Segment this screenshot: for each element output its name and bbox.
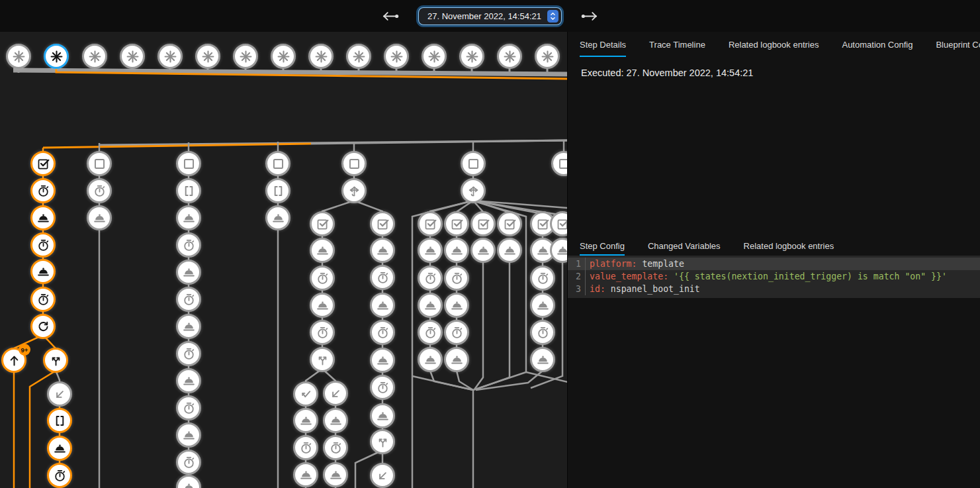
trace-node-timer-icon[interactable] <box>30 287 56 312</box>
trace-node-service-icon[interactable] <box>176 422 201 448</box>
trace-node-checkbox-icon[interactable] <box>370 211 395 236</box>
trace-node-service-icon[interactable] <box>30 259 56 284</box>
trace-node-timer-icon[interactable] <box>310 320 335 345</box>
trace-node-service-icon[interactable] <box>30 205 56 230</box>
tab-step-config[interactable]: Step Config <box>580 236 625 256</box>
trace-node-service-icon[interactable] <box>370 403 395 428</box>
trace-node-square-icon[interactable] <box>87 151 112 176</box>
trace-node-timer-icon[interactable] <box>310 266 335 291</box>
trace-node-service-icon[interactable] <box>418 238 443 263</box>
trace-node-square-icon[interactable] <box>265 151 290 176</box>
trace-node-timer-icon[interactable] <box>370 265 395 290</box>
trace-node-asterisk-icon[interactable] <box>82 44 107 69</box>
trace-node-arrow-up-icon[interactable]: 9+ <box>1 348 26 373</box>
trace-node-timer-icon[interactable] <box>293 435 318 460</box>
tab-trace-timeline[interactable]: Trace Timeline <box>649 32 705 57</box>
trace-node-service-icon[interactable] <box>530 293 555 318</box>
trace-node-checkbox-icon[interactable] <box>30 151 56 176</box>
tab-related-logbook-entries[interactable]: Related logbook entries <box>744 236 834 256</box>
trace-node-brackets-icon[interactable] <box>176 178 201 203</box>
trace-node-service-icon[interactable] <box>176 205 201 230</box>
trace-node-timer-icon[interactable] <box>323 435 348 460</box>
trace-node-timer-icon[interactable] <box>444 266 469 291</box>
tab-automation-config[interactable]: Automation Config <box>842 32 913 57</box>
trace-node-timer-icon[interactable] <box>418 320 443 345</box>
trace-node-timer-icon[interactable] <box>30 232 56 258</box>
trace-node-split-icon[interactable] <box>370 429 395 454</box>
tab-blueprint-config[interactable]: Blueprint Config <box>936 32 980 57</box>
trace-node-service-icon[interactable] <box>293 462 318 487</box>
trace-node-asterisk-icon[interactable] <box>195 44 220 69</box>
trace-node-checkbox-icon[interactable] <box>497 211 522 236</box>
trace-node-service-icon[interactable] <box>323 408 348 433</box>
tab-step-details[interactable]: Step Details <box>580 32 626 57</box>
trace-node-asterisk-icon[interactable] <box>233 44 258 69</box>
trace-node-timer-icon[interactable] <box>47 463 72 488</box>
trace-node-timer-icon[interactable] <box>530 320 555 345</box>
trace-node-check-arrow-icon[interactable] <box>293 381 318 407</box>
trace-node-timer-icon[interactable] <box>176 450 201 475</box>
trace-node-asterisk-icon[interactable] <box>44 44 69 69</box>
trace-node-service-icon[interactable] <box>293 408 318 433</box>
trace-node-timer-icon[interactable] <box>87 178 112 203</box>
next-trace-button[interactable] <box>580 11 600 21</box>
trace-node-split-icon[interactable] <box>310 347 335 372</box>
trace-node-checkbox-icon[interactable] <box>470 211 496 236</box>
trace-node-timer-icon[interactable] <box>30 178 56 203</box>
trace-node-asterisk-icon[interactable] <box>157 44 183 69</box>
trace-node-timer-icon[interactable] <box>370 375 395 400</box>
trace-node-asterisk-icon[interactable] <box>271 44 296 69</box>
trace-node-asterisk-icon[interactable] <box>535 44 560 69</box>
trace-node-service-icon[interactable] <box>323 462 348 487</box>
trace-node-asterisk-icon[interactable] <box>120 44 145 69</box>
trace-node-decision-icon[interactable] <box>461 178 486 203</box>
trace-node-service-icon[interactable] <box>530 347 555 372</box>
trace-node-timer-icon[interactable] <box>370 320 395 345</box>
trace-node-timer-icon[interactable] <box>176 395 201 420</box>
trace-node-service-icon[interactable] <box>47 436 72 461</box>
trace-node-arrow-bl-icon[interactable] <box>47 381 72 407</box>
trace-node-arrow-bl-icon[interactable] <box>370 463 395 488</box>
trace-node-timer-icon[interactable] <box>530 266 555 291</box>
trace-node-brackets-icon[interactable] <box>47 408 72 433</box>
trace-node-asterisk-icon[interactable] <box>422 44 447 69</box>
trace-node-split-icon[interactable] <box>43 348 68 373</box>
trace-node-repeat-icon[interactable] <box>30 314 56 339</box>
trace-node-timer-icon[interactable] <box>176 287 201 312</box>
trace-node-arrow-bl-icon[interactable] <box>323 381 348 406</box>
trace-node-service-icon[interactable] <box>370 293 395 318</box>
trace-node-service-icon[interactable] <box>87 205 112 230</box>
trace-node-checkbox-icon[interactable] <box>418 211 443 236</box>
trace-node-service-icon[interactable] <box>310 238 335 263</box>
step-config-editor[interactable]: 1platform: template2value_template: '{{ … <box>568 256 980 298</box>
trace-node-square-icon[interactable] <box>461 151 486 176</box>
tab-changed-variables[interactable]: Changed Variables <box>648 236 721 256</box>
trace-node-checkbox-icon[interactable] <box>444 211 469 236</box>
trace-node-asterisk-icon[interactable] <box>459 44 484 69</box>
trace-node-service-icon[interactable] <box>418 293 443 318</box>
trace-node-brackets-icon[interactable] <box>265 178 290 203</box>
trace-node-asterisk-icon[interactable] <box>308 44 334 69</box>
trace-node-timer-icon[interactable] <box>444 320 469 345</box>
trace-node-service-icon[interactable] <box>176 260 201 285</box>
trace-node-service-icon[interactable] <box>176 368 201 393</box>
trace-node-timer-icon[interactable] <box>176 232 201 258</box>
trace-node-service-icon[interactable] <box>176 314 201 339</box>
trace-node-service-icon[interactable] <box>370 348 395 373</box>
trace-node-service-icon[interactable] <box>370 238 395 263</box>
trace-node-checkbox-icon[interactable] <box>310 211 335 236</box>
trace-node-timer-icon[interactable] <box>418 266 443 291</box>
trace-node-service-icon[interactable] <box>310 293 335 318</box>
trace-node-service-icon[interactable] <box>497 238 522 263</box>
trace-date-select[interactable]: 27. November 2022, 14:54:21 <box>419 8 561 24</box>
trace-node-service-icon[interactable] <box>444 347 469 372</box>
trace-node-square-icon[interactable] <box>176 151 201 176</box>
trace-node-service-icon[interactable] <box>470 238 496 263</box>
trace-node-asterisk-icon[interactable] <box>6 44 31 69</box>
trace-node-square-icon[interactable] <box>341 151 367 176</box>
previous-trace-button[interactable] <box>380 11 400 21</box>
trace-node-asterisk-icon[interactable] <box>497 44 522 69</box>
trace-node-asterisk-icon[interactable] <box>384 44 409 69</box>
trace-node-service-icon[interactable] <box>418 347 443 372</box>
trace-node-service-icon[interactable] <box>444 238 469 263</box>
